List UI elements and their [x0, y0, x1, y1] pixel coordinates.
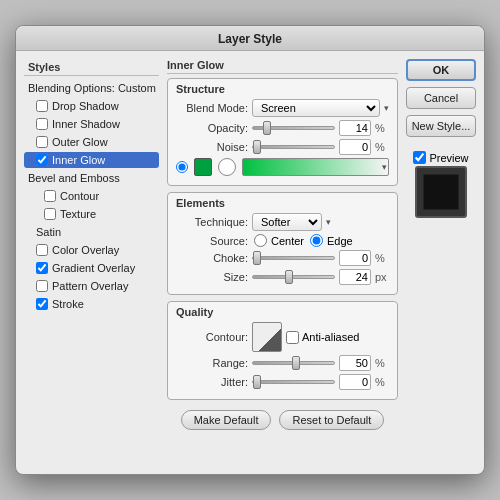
size-unit: px: [375, 271, 389, 283]
preview-label: Preview: [429, 152, 468, 164]
sidebar-item-inner-glow[interactable]: Inner Glow: [24, 152, 159, 168]
technique-select[interactable]: Softer Precise: [252, 213, 322, 231]
source-label: Source:: [176, 235, 248, 247]
preview-box: [415, 166, 467, 218]
noise-input[interactable]: [339, 139, 371, 155]
opacity-row: Opacity: %: [176, 120, 389, 136]
center-label: Center: [271, 235, 304, 247]
choke-slider[interactable]: [252, 256, 335, 260]
edge-radio[interactable]: [310, 234, 323, 247]
contour-checkbox[interactable]: [44, 190, 56, 202]
dialog-title: Layer Style: [16, 26, 484, 51]
sidebar-item-bevel-emboss[interactable]: Bevel and Emboss: [24, 170, 159, 186]
anti-alias-checkbox[interactable]: [286, 331, 299, 344]
color-overlay-label: Color Overlay: [52, 244, 119, 256]
sidebar-item-drop-shadow[interactable]: Drop Shadow: [24, 98, 159, 114]
sidebar-item-color-overlay[interactable]: Color Overlay: [24, 242, 159, 258]
ok-button[interactable]: OK: [406, 59, 476, 81]
anti-alias-text: Anti-aliased: [302, 331, 359, 343]
noise-row: Noise: %: [176, 139, 389, 155]
source-edge-group: Edge: [310, 234, 353, 247]
pattern-overlay-checkbox[interactable]: [36, 280, 48, 292]
color-swatch[interactable]: [194, 158, 212, 176]
elements-title: Elements: [176, 197, 389, 209]
opacity-slider[interactable]: [252, 126, 335, 130]
jitter-label: Jitter:: [176, 376, 248, 388]
source-row: Source: Center Edge: [176, 234, 389, 247]
sidebar-item-inner-shadow[interactable]: Inner Shadow: [24, 116, 159, 132]
blend-mode-label: Blend Mode:: [176, 102, 248, 114]
stroke-checkbox[interactable]: [36, 298, 48, 310]
range-input[interactable]: [339, 355, 371, 371]
choke-row: Choke: %: [176, 250, 389, 266]
blend-mode-select[interactable]: Screen Normal Multiply Overlay: [252, 99, 380, 117]
sidebar-item-satin[interactable]: Satin: [24, 224, 159, 240]
new-style-button[interactable]: New Style...: [406, 115, 476, 137]
size-label: Size:: [176, 271, 248, 283]
center-radio[interactable]: [254, 234, 267, 247]
inner-shadow-checkbox[interactable]: [36, 118, 48, 130]
anti-alias-label[interactable]: Anti-aliased: [286, 331, 359, 344]
source-center-group: Center: [254, 234, 304, 247]
size-input[interactable]: [339, 269, 371, 285]
opacity-input[interactable]: [339, 120, 371, 136]
bottom-buttons: Make Default Reset to Default: [167, 410, 398, 430]
sidebar-item-outer-glow[interactable]: Outer Glow: [24, 134, 159, 150]
make-default-button[interactable]: Make Default: [181, 410, 272, 430]
sidebar-item-stroke[interactable]: Stroke: [24, 296, 159, 312]
drop-shadow-checkbox[interactable]: [36, 100, 48, 112]
color-overlay-checkbox[interactable]: [36, 244, 48, 256]
bevel-emboss-label: Bevel and Emboss: [28, 172, 120, 184]
size-slider[interactable]: [252, 275, 335, 279]
blend-mode-arrow: ▾: [384, 103, 389, 113]
range-unit: %: [375, 357, 389, 369]
action-buttons-panel: OK Cancel New Style... Preview: [406, 59, 476, 466]
structure-section: Structure Blend Mode: Screen Normal Mult…: [167, 78, 398, 186]
outer-glow-checkbox[interactable]: [36, 136, 48, 148]
drop-shadow-label: Drop Shadow: [52, 100, 119, 112]
blend-mode-row: Blend Mode: Screen Normal Multiply Overl…: [176, 99, 389, 117]
main-content: Inner Glow Structure Blend Mode: Screen …: [167, 59, 398, 466]
sidebar-item-texture[interactable]: Texture: [24, 206, 159, 222]
jitter-input[interactable]: [339, 374, 371, 390]
size-row: Size: px: [176, 269, 389, 285]
choke-input[interactable]: [339, 250, 371, 266]
contour-label-text: Contour:: [176, 331, 248, 343]
inner-glow-checkbox[interactable]: [36, 154, 48, 166]
noise-unit: %: [375, 141, 389, 153]
sidebar-item-contour[interactable]: Contour: [24, 188, 159, 204]
solid-color-radio[interactable]: [176, 161, 188, 173]
texture-checkbox[interactable]: [44, 208, 56, 220]
noise-slider[interactable]: [252, 145, 335, 149]
noise-label: Noise:: [176, 141, 248, 153]
preview-checkbox-label[interactable]: Preview: [413, 151, 468, 164]
stroke-label: Stroke: [52, 298, 84, 310]
satin-label: Satin: [36, 226, 61, 238]
reset-to-default-button[interactable]: Reset to Default: [279, 410, 384, 430]
preview-inner: [423, 174, 459, 210]
layer-style-dialog: Layer Style Styles Blending Options: Cus…: [15, 25, 485, 475]
preview-checkbox[interactable]: [413, 151, 426, 164]
styles-header: Styles: [24, 59, 159, 76]
cancel-button[interactable]: Cancel: [406, 87, 476, 109]
contour-thumbnail[interactable]: [252, 322, 282, 352]
sidebar-item-gradient-overlay[interactable]: Gradient Overlay: [24, 260, 159, 276]
sidebar-item-blending[interactable]: Blending Options: Custom: [24, 80, 159, 96]
gradient-bar[interactable]: ▾: [242, 158, 389, 176]
gradient-overlay-label: Gradient Overlay: [52, 262, 135, 274]
outer-glow-label: Outer Glow: [52, 136, 108, 148]
jitter-row: Jitter: %: [176, 374, 389, 390]
panel-title: Inner Glow: [167, 59, 398, 74]
inner-shadow-label: Inner Shadow: [52, 118, 120, 130]
choke-label: Choke:: [176, 252, 248, 264]
range-slider[interactable]: [252, 361, 335, 365]
sidebar-item-pattern-overlay[interactable]: Pattern Overlay: [24, 278, 159, 294]
range-row: Range: %: [176, 355, 389, 371]
opacity-unit: %: [375, 122, 389, 134]
gradient-radio-circle[interactable]: [218, 158, 236, 176]
jitter-unit: %: [375, 376, 389, 388]
contour-label: Contour: [60, 190, 99, 202]
gradient-overlay-checkbox[interactable]: [36, 262, 48, 274]
contour-row: Contour: Anti-aliased: [176, 322, 389, 352]
jitter-slider[interactable]: [252, 380, 335, 384]
